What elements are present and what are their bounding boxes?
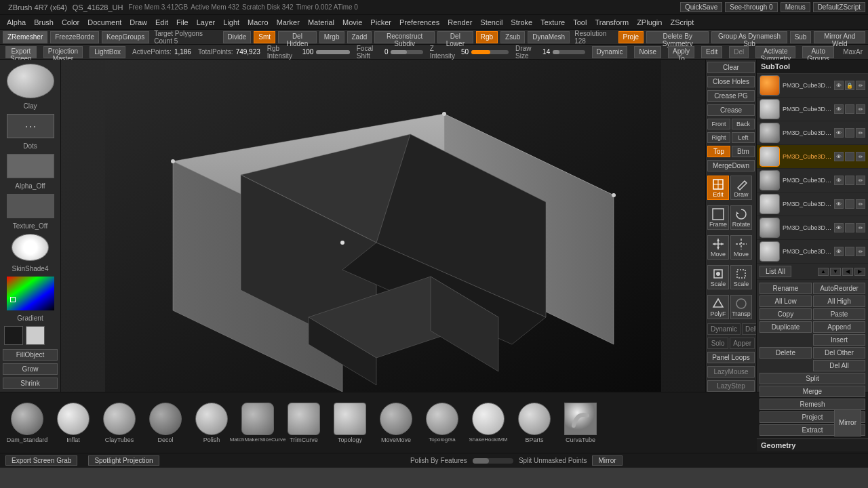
subtool-lock-2[interactable] — [845, 128, 854, 138]
subtool-edit-2[interactable]: ✏ — [856, 128, 865, 138]
all-low-button[interactable]: All Low — [760, 296, 812, 307]
projection-master-btn[interactable]: Projection Master — [43, 46, 83, 58]
viewport[interactable] — [61, 60, 705, 392]
dynamic-button[interactable]: Dynamic — [592, 46, 628, 58]
del-button[interactable]: Del — [729, 46, 749, 58]
lazy-step-button[interactable]: LazyStep — [707, 380, 755, 392]
zremesher-button[interactable]: ZRemesher — [3, 31, 47, 43]
quick-save-button[interactable]: QuickSave — [680, 2, 722, 12]
arrow-down-button[interactable]: ▼ — [830, 268, 841, 276]
subtool-lock-6[interactable] — [845, 223, 854, 232]
all-high-button[interactable]: All High — [813, 296, 865, 307]
list-all-button[interactable]: List All — [760, 266, 791, 277]
subtool-item-1[interactable]: PM3D_Cube3D_15 👁 ✏ — [757, 98, 868, 121]
viewport-canvas[interactable] — [61, 60, 705, 392]
dynamesh-button[interactable]: DynaMesh — [528, 31, 570, 43]
brush-topology[interactable]: Topology — [330, 403, 370, 443]
focal-slider[interactable] — [391, 50, 422, 54]
subtool-eye-2[interactable]: 👁 — [834, 128, 844, 138]
auto-reorder-button[interactable]: AutoReorder — [813, 283, 865, 294]
arrow-up-button[interactable]: ▲ — [818, 268, 829, 276]
menu-preferences[interactable]: Preferences — [395, 17, 443, 28]
dynamic-tool-button[interactable]: Dynamic — [707, 323, 741, 335]
subtool-edit-0[interactable]: ✏ — [856, 81, 865, 90]
geometry-header[interactable]: Geometry — [757, 439, 868, 451]
dots-preview[interactable]: ⋯ — [7, 114, 54, 138]
noise-button[interactable]: Noise — [634, 46, 661, 58]
menu-zplugin[interactable]: ZPlugin — [633, 17, 666, 28]
append-button[interactable]: Append — [813, 321, 865, 333]
export-grab-status-button[interactable]: Export Screen Grab — [5, 455, 77, 466]
subtool-eye-5[interactable]: 👁 — [834, 199, 844, 209]
rgb-slider[interactable] — [316, 50, 349, 54]
mirror-status-button[interactable]: Mirror — [592, 455, 622, 466]
spotlight-button[interactable]: Spotlight Projection — [88, 455, 159, 466]
menu-document[interactable]: Document — [83, 17, 125, 28]
move2-button[interactable]: Move — [730, 235, 752, 260]
project-button[interactable]: Proje — [618, 31, 644, 43]
zsub-button[interactable]: Zsub — [500, 31, 525, 43]
top-button[interactable]: Top — [707, 146, 730, 157]
fill-object-button[interactable]: FillObject — [3, 349, 58, 361]
foreground-color[interactable] — [4, 326, 23, 345]
subtool-eye-3[interactable]: 👁 — [834, 152, 844, 161]
move-button[interactable]: Move — [707, 235, 729, 260]
grow-button[interactable]: Grow — [3, 363, 58, 375]
subtool-eye-7[interactable]: 👁 — [834, 247, 844, 256]
brush-movemove[interactable]: MoveMove — [376, 403, 416, 443]
brush-claytubes[interactable]: ClayTubes — [99, 403, 140, 443]
crease-pg-button[interactable]: Crease PG — [707, 90, 755, 102]
btm-button[interactable]: Btm — [732, 146, 755, 157]
menu-color[interactable]: Color — [58, 17, 83, 28]
divide-button[interactable]: Divide — [223, 31, 252, 43]
menu-stencil[interactable]: Stencil — [476, 17, 507, 28]
paste-button[interactable]: Paste — [813, 308, 865, 320]
see-through-button[interactable]: See-through 0 — [725, 2, 777, 12]
menu-render[interactable]: Render — [443, 17, 476, 28]
subtool-item-5[interactable]: PM3D_Cube3D_11 👁 ✏ — [757, 192, 868, 216]
subtool-lock-1[interactable] — [845, 104, 854, 114]
subtool-edit-5[interactable]: ✏ — [856, 199, 865, 209]
frame-button[interactable]: Frame — [707, 205, 729, 230]
transp-button[interactable]: Transp — [730, 295, 752, 319]
arrow-right-button[interactable]: ▶ — [854, 268, 865, 276]
subtool-lock-5[interactable] — [845, 199, 854, 209]
apper-button[interactable]: Apper — [730, 338, 755, 349]
menu-tool[interactable]: Tool — [569, 17, 591, 28]
subtool-edit-7[interactable]: ✏ — [856, 247, 865, 256]
brush-preview[interactable] — [7, 64, 54, 98]
polyf-button[interactable]: PolyF — [707, 295, 729, 319]
skin-preview[interactable] — [12, 234, 49, 261]
subtool-lock-3[interactable] — [845, 152, 854, 161]
subtool-edit-4[interactable]: ✏ — [856, 176, 865, 185]
edit-button[interactable]: Edit — [701, 46, 722, 58]
panel-loops-button[interactable]: Panel Loops — [707, 352, 755, 363]
back-button[interactable]: Back — [732, 119, 755, 129]
menus-button[interactable]: Menus — [781, 2, 810, 12]
subtool-item-0[interactable]: PM3D_Cube3Dz_1 👁 🔒 ✏ — [757, 74, 868, 98]
draw-slider[interactable] — [553, 50, 585, 54]
color-gradient[interactable] — [7, 277, 54, 310]
brush-topologisa[interactable]: TopologiSa — [422, 403, 462, 443]
menu-draw[interactable]: Draw — [125, 17, 151, 28]
lazy-mouse-button[interactable]: LazyMouse — [707, 366, 755, 378]
rgb-button[interactable]: Rgb — [476, 31, 498, 43]
subtool-eye-0[interactable]: 👁 — [834, 81, 844, 90]
mrgb-button[interactable]: Mrgb — [319, 31, 344, 43]
scale2-button[interactable]: Scale — [730, 265, 752, 289]
sub-button[interactable]: Sub — [790, 31, 812, 43]
background-color[interactable] — [26, 326, 45, 345]
z-slider[interactable] — [471, 50, 509, 54]
menu-file[interactable]: File — [172, 17, 193, 28]
smt-button[interactable]: Smt — [254, 31, 275, 43]
group-as-dynamesh-button[interactable]: Group As Dynamesh Sub — [711, 31, 787, 43]
brush-trimcurve[interactable]: TrimCurve — [283, 403, 324, 443]
subtool-lock-0[interactable]: 🔒 — [845, 81, 854, 90]
rotate-button[interactable]: Rotate — [730, 205, 752, 230]
export-screen-grab-btn[interactable]: Export Screen Grab — [5, 46, 37, 58]
subtool-item-2[interactable]: PM3D_Cube3D_13 👁 ✏ — [757, 121, 868, 145]
brush-decol[interactable]: Decol — [145, 403, 186, 443]
auto-groups-button[interactable]: Auto Groups — [802, 46, 834, 58]
menu-layer[interactable]: Layer — [193, 17, 220, 28]
polish-slider[interactable] — [473, 458, 513, 464]
